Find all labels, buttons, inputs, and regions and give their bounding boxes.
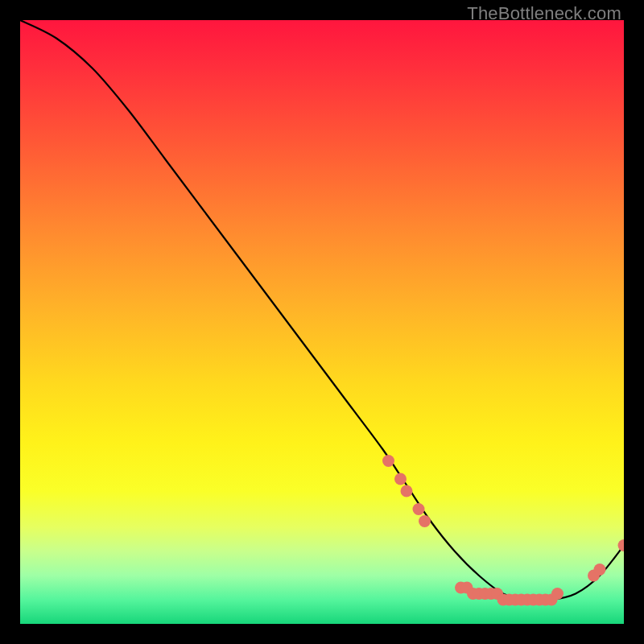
bottleneck-curve (20, 20, 624, 601)
data-point (394, 473, 407, 485)
chart-svg (20, 20, 624, 624)
data-point (618, 539, 625, 551)
data-point (382, 455, 394, 467)
marker-group (382, 455, 624, 606)
data-point (551, 588, 564, 600)
data-point (419, 515, 431, 527)
data-point (413, 503, 425, 515)
watermark-label: TheBottleneck.com (467, 3, 621, 24)
plot-area (20, 20, 624, 624)
data-point (594, 564, 606, 576)
data-point (401, 485, 413, 497)
chart-frame: TheBottleneck.com (0, 0, 644, 644)
